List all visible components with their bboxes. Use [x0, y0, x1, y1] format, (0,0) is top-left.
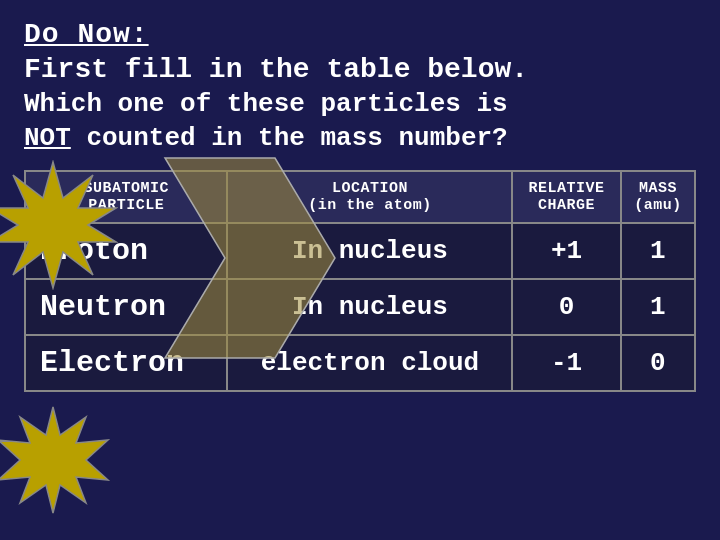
col-header-particle: SUBATOMICPARTICLE — [25, 171, 227, 223]
proton-name: Proton — [25, 223, 227, 279]
electron-charge: -1 — [512, 335, 620, 391]
starburst-electron-icon — [0, 405, 118, 515]
header-line3: Which one of these particles is — [24, 88, 696, 122]
proton-location: In nucleus — [227, 223, 512, 279]
header-not-underline: NOT — [24, 123, 71, 153]
electron-location: electron cloud — [227, 335, 512, 391]
header-line1: Do Now: — [24, 18, 696, 52]
col-header-charge: RELATIVECHARGE — [512, 171, 620, 223]
col-header-location: LOCATION(in the atom) — [227, 171, 512, 223]
header-line4-rest: counted in the mass number? — [71, 123, 508, 153]
electron-mass: 0 — [621, 335, 695, 391]
table-header-row: SUBATOMICPARTICLE LOCATION(in the atom) … — [25, 171, 695, 223]
table-row-neutron: Neutron In nucleus 0 1 — [25, 279, 695, 335]
col-header-mass: MASS(amu) — [621, 171, 695, 223]
table-row-proton: Proton In nucleus +1 1 — [25, 223, 695, 279]
header-line4: NOT counted in the mass number? — [24, 122, 696, 156]
proton-charge: +1 — [512, 223, 620, 279]
neutron-charge: 0 — [512, 279, 620, 335]
neutron-name: Neutron — [25, 279, 227, 335]
header-section: Do Now: First fill in the table below. W… — [24, 18, 696, 156]
proton-mass: 1 — [621, 223, 695, 279]
header-line2: First fill in the table below. — [24, 52, 696, 88]
slide: Do Now: First fill in the table below. W… — [0, 0, 720, 540]
table-row-electron: Electron electron cloud -1 0 — [25, 335, 695, 391]
neutron-mass: 1 — [621, 279, 695, 335]
particle-table: SUBATOMICPARTICLE LOCATION(in the atom) … — [24, 170, 696, 392]
header-line3-text: Which one of these particles is — [24, 89, 508, 119]
neutron-location: In nucleus — [227, 279, 512, 335]
svg-marker-2 — [0, 407, 108, 513]
electron-name: Electron — [25, 335, 227, 391]
